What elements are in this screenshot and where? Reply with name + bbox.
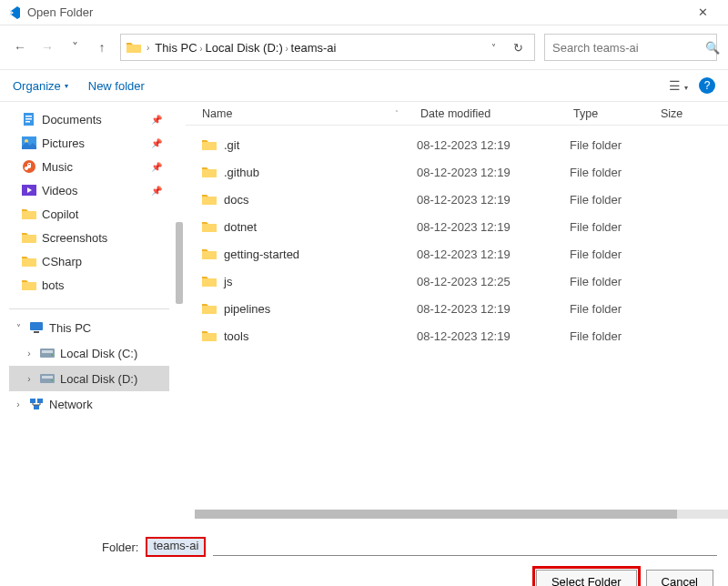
file-row[interactable]: getting-started08-12-2023 12:19File fold… <box>186 240 728 268</box>
file-type: File folder <box>570 193 657 207</box>
search-icon[interactable]: 🔍 <box>705 41 720 55</box>
sidebar-item-csharp[interactable]: CSharp <box>9 249 169 273</box>
search-input[interactable] <box>552 41 705 55</box>
file-row[interactable]: .github08-12-2023 12:19File folder <box>186 158 728 186</box>
breadcrumb-segment[interactable]: This PC <box>155 41 197 55</box>
back-button[interactable]: ← <box>11 40 29 55</box>
help-icon[interactable]: ? <box>699 77 715 94</box>
file-name: js <box>224 275 417 288</box>
file-name: getting-started <box>224 248 417 261</box>
column-headers[interactable]: Name ˄ Date modified Type Size <box>186 102 728 126</box>
folder-icon <box>202 275 218 288</box>
breadcrumb[interactable]: This PC › Local Disk (D:) › teams-ai <box>155 41 336 55</box>
vscode-icon <box>7 5 22 20</box>
sort-indicator-icon: ˄ <box>395 109 399 117</box>
forward-button[interactable]: → <box>38 40 56 55</box>
sidebar-item-documents[interactable]: Documents📌 <box>9 107 169 131</box>
col-size[interactable]: Size <box>661 107 728 120</box>
tree-item-local-disk-d-[interactable]: ›Local Disk (D:) <box>9 366 169 391</box>
search-box[interactable]: 🔍 <box>544 34 717 61</box>
svg-rect-3 <box>25 121 30 123</box>
file-row[interactable]: .git08-12-2023 12:19File folder <box>186 131 728 158</box>
svg-rect-2 <box>25 118 32 120</box>
new-folder-button[interactable]: New folder <box>88 79 145 93</box>
tree-item-label: Network <box>49 398 93 411</box>
pc-icon <box>29 321 44 334</box>
file-row[interactable]: pipelines08-12-2023 12:19File folder <box>186 295 728 322</box>
tree-item-this-pc[interactable]: ˅This PC <box>9 315 169 340</box>
file-type: File folder <box>570 302 657 316</box>
nav-row: ← → ˅ ↑ › This PC › Local Disk (D:) › te… <box>0 25 728 69</box>
expand-icon[interactable]: › <box>24 374 35 384</box>
address-bar[interactable]: › This PC › Local Disk (D:) › teams-ai ˅… <box>120 34 535 61</box>
svg-rect-18 <box>34 405 39 409</box>
sidebar-item-bots[interactable]: bots <box>9 273 169 297</box>
tree-item-local-disk-c-[interactable]: ›Local Disk (C:) <box>9 340 169 366</box>
expand-icon[interactable]: › <box>13 399 24 409</box>
col-name[interactable]: Name <box>202 107 417 120</box>
view-options-button[interactable]: ☰ ▾ <box>669 78 688 93</box>
file-row[interactable]: dotnet08-12-2023 12:19File folder <box>186 213 728 240</box>
organize-button[interactable]: Organize▾ <box>13 79 68 93</box>
file-row[interactable]: docs08-12-2023 12:19File folder <box>186 186 728 213</box>
close-icon[interactable]: ✕ <box>684 5 721 19</box>
up-button[interactable]: ↑ <box>93 40 111 55</box>
file-row[interactable]: tools08-12-2023 12:19File folder <box>186 322 728 349</box>
dialog-body: Documents📌Pictures📌Music📌Videos📌CopilotS… <box>0 102 728 520</box>
breadcrumb-segment[interactable]: teams-ai <box>291 41 337 55</box>
fold-icon <box>22 231 36 244</box>
sidebar-scrollbar[interactable] <box>173 102 186 520</box>
col-type[interactable]: Type <box>573 107 661 120</box>
sidebar-item-pictures[interactable]: Pictures📌 <box>9 131 169 155</box>
breadcrumb-segment[interactable]: Local Disk (D:) <box>205 41 282 55</box>
file-type: File folder <box>570 166 657 179</box>
chevron-right-icon: › <box>147 43 149 53</box>
tree-item-network[interactable]: ›Network <box>9 391 169 417</box>
svg-rect-14 <box>42 376 53 379</box>
refresh-icon[interactable]: ↻ <box>507 41 529 55</box>
file-name: docs <box>224 193 417 207</box>
sidebar-item-screenshots[interactable]: Screenshots <box>9 226 169 249</box>
recent-dropdown[interactable]: ˅ <box>66 40 84 55</box>
expand-icon[interactable]: ˅ <box>13 323 24 333</box>
fold-icon <box>22 255 36 268</box>
folder-icon <box>202 248 218 260</box>
sidebar-item-videos[interactable]: Videos📌 <box>9 178 169 202</box>
folder-icon <box>202 193 218 206</box>
sidebar-item-label: bots <box>42 278 65 292</box>
chevron-right-icon: › <box>283 44 291 54</box>
folder-icon <box>202 138 218 151</box>
sidebar-item-copilot[interactable]: Copilot <box>9 202 169 226</box>
sidebar-item-label: Screenshots <box>42 231 107 245</box>
file-type: File folder <box>570 329 657 343</box>
select-folder-button[interactable]: Select Folder <box>536 570 637 586</box>
file-list-pane: Name ˄ Date modified Type Size .git08-12… <box>186 102 728 520</box>
col-date[interactable]: Date modified <box>420 107 573 120</box>
cancel-button[interactable]: Cancel <box>646 570 713 586</box>
svg-rect-8 <box>30 322 43 330</box>
sidebar-item-label: Videos <box>42 184 78 197</box>
expand-icon[interactable]: › <box>24 349 35 359</box>
sidebar-item-label: Documents <box>42 113 102 126</box>
folder-name-input[interactable]: teams-ai <box>146 537 206 557</box>
file-date: 08-12-2023 12:19 <box>417 166 570 179</box>
chevron-down-icon[interactable]: ˅ <box>486 43 501 53</box>
sidebar-item-music[interactable]: Music📌 <box>9 155 169 178</box>
file-date: 08-12-2023 12:19 <box>417 329 570 343</box>
sidebar-item-label: Copilot <box>42 207 78 221</box>
file-name: tools <box>224 329 417 343</box>
vids-icon <box>22 183 36 197</box>
horizontal-scrollbar[interactable] <box>186 508 728 520</box>
window-title: Open Folder <box>27 5 684 19</box>
sidebar-item-label: Music <box>42 160 73 174</box>
file-name: pipelines <box>224 302 417 316</box>
file-date: 08-12-2023 12:25 <box>417 275 570 288</box>
file-date: 08-12-2023 12:19 <box>417 248 570 261</box>
file-name: .git <box>224 138 417 152</box>
svg-rect-1 <box>25 116 32 117</box>
pin-icon: 📌 <box>151 186 162 196</box>
file-row[interactable]: js08-12-2023 12:25File folder <box>186 268 728 295</box>
file-date: 08-12-2023 12:19 <box>417 220 570 234</box>
file-type: File folder <box>570 275 657 288</box>
folder-label: Folder: <box>102 541 138 554</box>
